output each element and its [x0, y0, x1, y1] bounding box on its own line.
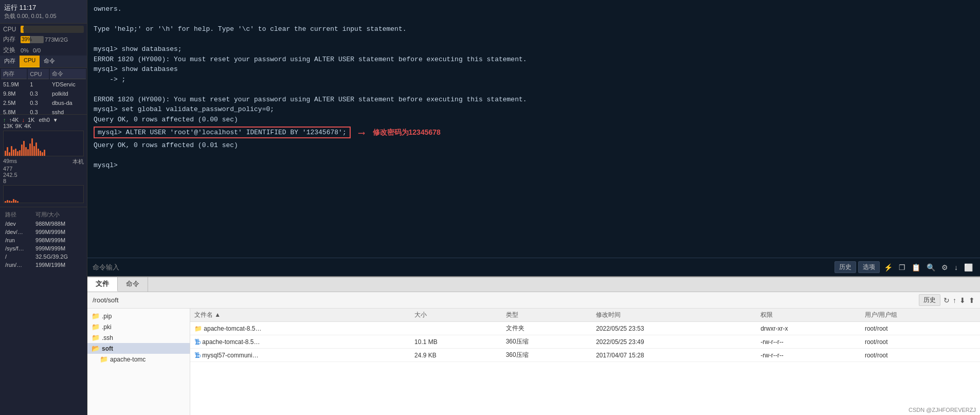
folder-icon: 📁	[92, 323, 100, 331]
net-bar	[7, 147, 8, 156]
net-bar	[15, 149, 16, 156]
terminal-line: mysql> show databases	[94, 64, 974, 75]
tree-item-apache-tomc[interactable]: 📁 apache-tomc	[87, 354, 190, 365]
ping-val2: 242.5	[3, 172, 84, 178]
list-item[interactable]: 🗜 mysql57-communi… 24.9 KB 360压缩 2017/04…	[190, 349, 980, 362]
runtime-label: 运行 11:17	[4, 3, 83, 12]
tab-memory[interactable]: 内存	[0, 56, 20, 67]
network-section: ↑ ↑4K ↓ 1K eth0 ▼ 13K 9K 4K	[0, 114, 87, 207]
net-dropdown-icon[interactable]: ▼	[53, 117, 58, 123]
col-mem: 内存	[1, 69, 27, 79]
net-val1: 13K	[3, 123, 13, 129]
net-bar	[38, 149, 39, 156]
tree-item-soft[interactable]: 📂 soft	[87, 343, 190, 354]
net-bar	[29, 143, 31, 156]
disk-tbody: /dev988M/988M /dev/…999M/999M /run998M/9…	[4, 220, 83, 268]
disk-col-path: 路径	[4, 210, 33, 219]
ping-target: 本机	[72, 158, 84, 166]
list-item[interactable]: 🗜 apache-tomcat-8.5… 10.1 MB 360压缩 2022/…	[190, 335, 980, 349]
folder-icon: 📁	[92, 312, 100, 320]
fm-tree: 📁 .pip 📁 .pki 📁 .ssh 📂 soft 📁 apa	[87, 309, 190, 415]
col-type[interactable]: 类型	[502, 309, 592, 322]
net-bar	[44, 150, 45, 156]
fm-tab-bar: 文件 命令	[87, 277, 980, 292]
col-modified[interactable]: 修改时间	[592, 309, 756, 322]
network-bars	[4, 131, 83, 156]
fm-up-icon[interactable]: ↑	[953, 296, 956, 304]
mem-value: 773M/2G	[45, 37, 68, 43]
cpu-value: 5%	[23, 26, 31, 33]
net-bar	[42, 152, 43, 156]
list-item[interactable]: 📁 apache-tomcat-8.5… 文件夹 2022/05/25 23:5…	[190, 322, 980, 335]
input-label: 命令输入	[93, 263, 119, 272]
table-row: 51.9M1YDServic	[1, 80, 86, 88]
net-bar	[35, 142, 37, 156]
fm-path: /root/soft	[93, 296, 119, 304]
tree-item-pip[interactable]: 📁 .pip	[87, 311, 190, 321]
net-val3: 4K	[24, 123, 31, 129]
disk-section: 路径 可用/大小 /dev988M/988M /dev/…999M/999M /…	[0, 207, 87, 272]
net-bar	[31, 138, 33, 156]
fm-files: 文件名 ▲ 大小 类型 修改时间 权限 用户/用户组 📁 apache-tomc…	[190, 309, 980, 415]
annotation-text: 修改密码为12345678	[373, 128, 441, 137]
settings-icon[interactable]: ⚙	[939, 262, 950, 273]
table-row: 2.5M0.3dbus-da	[1, 99, 86, 107]
fm-download-icon[interactable]: ⬇	[959, 296, 966, 304]
ping-bars	[4, 186, 83, 203]
search-icon[interactable]: 🔍	[924, 262, 937, 273]
history-button[interactable]: 历史	[834, 261, 856, 273]
table-row: /run998M/999M	[4, 237, 83, 244]
load-label: 负载 0.00, 0.01, 0.05	[4, 12, 83, 20]
tree-item-label: soft	[102, 345, 113, 352]
terminal-line: owners.	[94, 4, 974, 14]
watermark: CSDN @ZJHFOREVERZJ	[909, 407, 976, 413]
fm-file-thead: 文件名 ▲ 大小 类型 修改时间 权限 用户/用户组	[190, 309, 980, 322]
maximize-icon[interactable]: ⬜	[962, 262, 975, 273]
flash-icon[interactable]: ⚡	[882, 262, 895, 273]
file-manager: 文件 命令 /root/soft 历史 ↻ ↑ ⬇ ⬆ 📁 .pip 📁	[87, 276, 980, 415]
tree-item-pki[interactable]: 📁 .pki	[87, 321, 190, 332]
terminal-input[interactable]	[123, 263, 826, 271]
ping-val1: 477	[3, 166, 84, 172]
col-user[interactable]: 用户/用户组	[861, 309, 980, 322]
fm-tab-files[interactable]: 文件	[87, 277, 118, 292]
cpu-bar: 5%	[21, 26, 84, 33]
net-bar	[27, 149, 29, 156]
col-name: 命令	[50, 69, 86, 79]
table-row: /dev988M/988M	[4, 220, 83, 227]
terminal-line	[94, 84, 974, 95]
terminal[interactable]: owners. Type 'help;' or '\h' for help. T…	[87, 0, 980, 258]
network-graph	[3, 131, 84, 156]
tab-cpu[interactable]: CPU	[20, 56, 40, 67]
annotation-arrow: ⟶	[359, 127, 365, 138]
highlighted-command: mysql> ALTER USER 'root'@'localhost' IDE…	[94, 127, 351, 138]
net-up-arrow: ↑	[3, 117, 6, 123]
tree-item-label: .pip	[102, 313, 112, 320]
terminal-line: mysql> show databases;	[94, 44, 974, 55]
net-bar	[23, 141, 25, 156]
fm-toolbar: /root/soft 历史 ↻ ↑ ⬇ ⬆	[87, 292, 980, 309]
process-tab-bar: 内存 CPU 命令	[0, 56, 87, 68]
fm-refresh-icon[interactable]: ↻	[943, 296, 950, 304]
options-button[interactable]: 选项	[858, 261, 880, 273]
col-filename[interactable]: 文件名 ▲	[190, 309, 410, 322]
main-area: owners. Type 'help;' or '\h' for help. T…	[87, 0, 980, 415]
net-bar	[5, 151, 6, 156]
fm-upload-icon[interactable]: ⬆	[969, 296, 975, 304]
clipboard-icon[interactable]: 📋	[910, 262, 922, 273]
col-perms[interactable]: 权限	[756, 309, 861, 322]
disk-table: 路径 可用/大小 /dev988M/988M /dev/…999M/999M /…	[3, 209, 84, 269]
net-down-value: 1K	[28, 117, 34, 123]
tab-command[interactable]: 命令	[40, 56, 59, 67]
copy-icon[interactable]: ❐	[897, 262, 908, 273]
net-bar	[25, 147, 27, 156]
terminal-line: ERROR 1820 (HY000): You must reset your …	[94, 95, 974, 105]
fm-tab-command[interactable]: 命令	[118, 277, 148, 292]
fm-history-button[interactable]: 历史	[919, 294, 940, 306]
col-size[interactable]: 大小	[410, 309, 502, 322]
process-table-container: 内存 CPU 命令 51.9M1YDServic 9.8M0.3polkitd …	[0, 68, 87, 114]
folder-open-icon: 📂	[92, 345, 100, 352]
table-row: /sys/f…999M/999M	[4, 245, 83, 252]
tree-item-ssh[interactable]: 📁 .ssh	[87, 332, 190, 343]
download-icon[interactable]: ↓	[952, 262, 960, 273]
